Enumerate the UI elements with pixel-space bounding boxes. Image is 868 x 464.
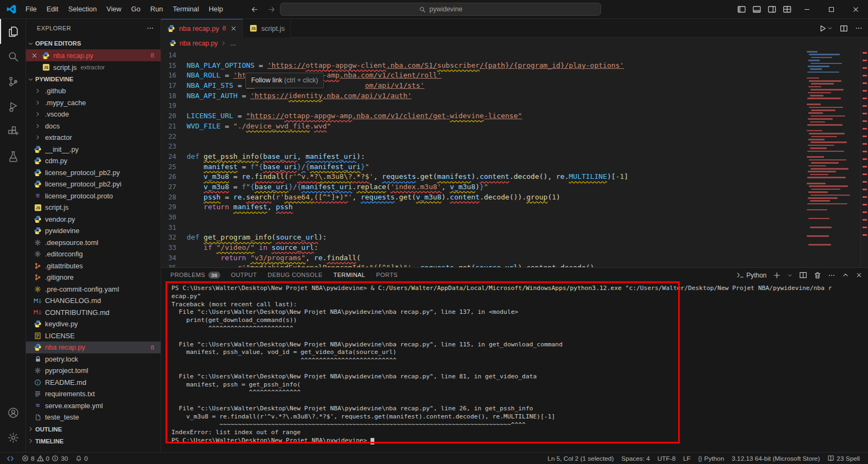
tab-nba-recap-py[interactable]: nba recap.py8 (161, 19, 243, 37)
toggle-panel-icon[interactable] (749, 0, 764, 18)
notifications-status[interactable]: 0 (72, 453, 92, 464)
folder-docs[interactable]: docs (26, 120, 161, 132)
folder-header-pywidevine[interactable]: PYWIDEVINE (26, 73, 161, 85)
file-cdm-py[interactable]: cdm.py (26, 155, 161, 167)
file-gitignore[interactable]: .gitignore (26, 272, 161, 283)
menu-terminal[interactable]: Terminal (168, 3, 203, 15)
split-editor-button[interactable] (840, 24, 848, 33)
folder-extractor[interactable]: extractor (26, 132, 161, 144)
tab-script-js[interactable]: JSscript.js (243, 19, 290, 37)
remote-indicator[interactable] (3, 453, 18, 464)
python-interpreter[interactable]: 3.12.13 64-bit (Microsoft Store) (728, 453, 824, 464)
panel-tab-output[interactable]: OUTPUT (231, 268, 257, 282)
go-back-icon[interactable] (251, 5, 259, 14)
file-license-protocol-pb2-py[interactable]: license_protocol_pb2.py (26, 167, 161, 179)
file-pyproject-toml[interactable]: pyproject.toml (26, 365, 161, 377)
svg-text:JS: JS (251, 27, 256, 30)
eol-status[interactable]: LF (679, 453, 694, 464)
breadcrumb-file[interactable]: nba recap.py (180, 40, 218, 47)
file-gitattributes[interactable]: .gitattributes (26, 260, 161, 272)
cursor-position[interactable]: Ln 5, Col 2 (1 selected) (544, 453, 617, 464)
timeline-header[interactable]: TIMELINE (26, 435, 161, 447)
spell-checker-status[interactable]: 23 Spell (824, 453, 864, 464)
maximize-panel-button[interactable] (842, 272, 849, 279)
toggle-secondary-sidebar-icon[interactable] (764, 0, 780, 18)
file-vendor-py[interactable]: vendor.py (26, 214, 161, 225)
panel-tab-ports[interactable]: PORTS (376, 268, 398, 282)
split-terminal-button[interactable] (799, 271, 807, 279)
activity-search[interactable] (0, 44, 25, 69)
js-file-icon: JS (41, 63, 50, 71)
maximize-button[interactable] (819, 0, 844, 18)
encoding-status[interactable]: UTF-8 (654, 453, 679, 464)
menu-selection[interactable]: Selection (63, 3, 102, 15)
file-license[interactable]: LICENSE (26, 330, 161, 342)
menu-go[interactable]: Go (126, 3, 145, 15)
indentation-status[interactable]: Spaces: 4 (617, 453, 653, 464)
open-editors-header[interactable]: OPEN EDITORS (26, 37, 161, 49)
minimap[interactable] (805, 49, 860, 267)
activity-testing[interactable] (0, 144, 25, 169)
activity-explorer[interactable] (0, 19, 25, 44)
file-teste-teste[interactable]: teste_teste (26, 411, 161, 423)
outline-header[interactable]: OUTLINE (26, 423, 161, 435)
file-poetry-lock[interactable]: poetry.lock (26, 353, 161, 365)
file-license-protocol-pb2-pyi[interactable]: license_protocol_pb2.pyi (26, 178, 161, 190)
explorer-more-actions-icon[interactable] (146, 24, 154, 32)
file-contributing-md[interactable]: CONTRIBUTING.md (26, 307, 161, 319)
file-editorconfig[interactable]: .editorconfig (26, 248, 161, 260)
new-terminal-button[interactable] (773, 272, 781, 279)
open-editor-script-js[interactable]: JSscript.jsextractor (26, 61, 161, 73)
breadcrumb[interactable]: nba recap.py … (161, 37, 868, 49)
file-readme-md[interactable]: README.md (26, 377, 161, 389)
breadcrumb-more[interactable]: … (229, 40, 236, 47)
menu-run[interactable]: Run (145, 3, 168, 15)
menu-edit[interactable]: Edit (42, 3, 63, 15)
code-editor[interactable]: 1415NBA_PLAY_OPTIONS = 'https://ottapp-a… (161, 49, 868, 267)
file-script-js[interactable]: JSscript.js (26, 202, 161, 214)
menu-view[interactable]: View (101, 3, 126, 15)
panel-tab-problems[interactable]: PROBLEMS38 (170, 268, 220, 282)
overview-ruler[interactable] (860, 49, 868, 267)
customize-layout-icon[interactable] (780, 0, 795, 18)
file-license-protocol-proto[interactable]: ≡license_protocol.proto (26, 190, 161, 202)
folder-github[interactable]: .github (26, 85, 161, 97)
activity-extensions[interactable] (0, 119, 25, 144)
toggle-primary-sidebar-icon[interactable] (734, 0, 749, 18)
activity-account[interactable] (0, 400, 25, 425)
kill-terminal-button[interactable] (814, 272, 821, 279)
run-python-file-button[interactable] (819, 24, 833, 33)
go-forward-icon[interactable] (267, 5, 276, 14)
terminal-output[interactable]: PS C:\Users\Walter\Desktop\New Projet NB… (171, 285, 865, 451)
panel-tab-debug-console[interactable]: DEBUG CONSOLE (267, 268, 322, 282)
file-pre-commit-config-yaml[interactable]: .pre-commit-config.yaml (26, 283, 161, 295)
file-nba-recap-py[interactable]: nba recap.py8 (26, 341, 161, 353)
problems-summary[interactable]: 8 0 30 (18, 453, 72, 464)
code-text: LICENSE_URL = "https://ottapp-appgw-amp.… (187, 111, 522, 121)
open-editor-nba-recap-py[interactable]: nba recap.py8 (26, 49, 161, 61)
terminal-dropdown-icon[interactable] (787, 273, 793, 278)
minimize-button[interactable] (795, 0, 819, 18)
editor-more-actions[interactable] (855, 24, 863, 32)
file-deepsource-toml[interactable]: .deepsource.toml (26, 237, 161, 249)
file-requirements-txt[interactable]: requirements.txt (26, 388, 161, 400)
panel-more-actions[interactable] (828, 272, 835, 279)
activity-run-debug[interactable] (0, 94, 25, 119)
language-mode[interactable]: {}Python (694, 453, 728, 464)
close-window-button[interactable] (844, 0, 868, 18)
file-serve-example-yml[interactable]: ≈serve.example.yml (26, 400, 161, 412)
file-keydive-py[interactable]: keydive.py (26, 318, 161, 330)
activity-settings[interactable] (0, 425, 25, 450)
command-center-search[interactable]: pywidevine (280, 3, 601, 16)
close-panel-button[interactable] (856, 272, 863, 279)
menu-help[interactable]: Help (204, 3, 228, 15)
folder-vscode[interactable]: .vscode (26, 108, 161, 120)
panel-tab-terminal[interactable]: TERMINAL (334, 268, 366, 282)
file-pywidevine[interactable]: pywidevine (26, 225, 161, 237)
activity-source-control[interactable] (0, 69, 25, 94)
menu-file[interactable]: File (21, 3, 42, 15)
file-init-py[interactable]: __init__.py (26, 144, 161, 156)
terminal-shell-indicator[interactable]: Python (737, 272, 767, 279)
file-changelog-md[interactable]: CHANGELOG.md (26, 295, 161, 307)
folder-mypy-cache[interactable]: .mypy_cache (26, 97, 161, 109)
